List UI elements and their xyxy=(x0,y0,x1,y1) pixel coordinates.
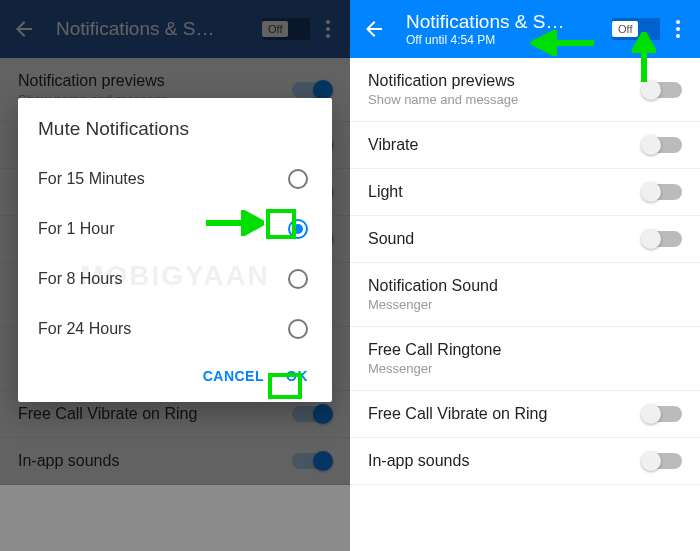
settings-list-right: Notification previewsShow name and messa… xyxy=(350,58,700,485)
setting-label: Notification Sound xyxy=(368,277,682,295)
setting-item[interactable]: Sound xyxy=(350,216,700,263)
radio-icon[interactable] xyxy=(288,169,308,189)
dialog-title: Mute Notifications xyxy=(38,118,324,140)
setting-label: Vibrate xyxy=(368,136,642,154)
mute-option-label: For 8 Hours xyxy=(38,270,122,288)
setting-label: Sound xyxy=(368,230,642,248)
setting-switch[interactable] xyxy=(642,453,682,469)
appbar-subtitle: Off until 4:54 PM xyxy=(406,33,612,47)
back-icon[interactable] xyxy=(362,17,386,41)
setting-sublabel: Messenger xyxy=(368,297,682,312)
setting-item[interactable]: Light xyxy=(350,169,700,216)
setting-switch[interactable] xyxy=(642,82,682,98)
ok-button[interactable]: OK xyxy=(286,368,308,384)
cancel-button[interactable]: CANCEL xyxy=(203,368,264,384)
setting-switch[interactable] xyxy=(642,184,682,200)
setting-item[interactable]: Vibrate xyxy=(350,122,700,169)
setting-label: Light xyxy=(368,183,642,201)
mute-option-label: For 24 Hours xyxy=(38,320,131,338)
setting-switch[interactable] xyxy=(642,406,682,422)
appbar-title-block: Notifications & S… Off until 4:54 PM xyxy=(406,11,612,47)
setting-label: Free Call Vibrate on Ring xyxy=(368,405,642,423)
setting-item[interactable]: In-app sounds xyxy=(350,438,700,485)
master-toggle-pill: Off xyxy=(612,21,638,37)
mute-option[interactable]: For 15 Minutes xyxy=(38,154,324,204)
left-screenshot: Notifications & S… Off Notification prev… xyxy=(0,0,350,551)
overflow-icon[interactable] xyxy=(668,17,688,41)
setting-label: In-app sounds xyxy=(368,452,642,470)
setting-item[interactable]: Notification SoundMessenger xyxy=(350,263,700,327)
right-screenshot: Notifications & S… Off until 4:54 PM Off… xyxy=(350,0,700,551)
mute-option[interactable]: For 1 Hour xyxy=(38,204,324,254)
mute-option-label: For 15 Minutes xyxy=(38,170,145,188)
radio-icon[interactable] xyxy=(288,269,308,289)
dialog-actions: CANCEL OK xyxy=(38,354,324,394)
appbar-title: Notifications & S… xyxy=(406,11,612,33)
radio-icon[interactable] xyxy=(288,219,308,239)
mute-option[interactable]: For 8 Hours xyxy=(38,254,324,304)
radio-icon[interactable] xyxy=(288,319,308,339)
setting-label: Free Call Ringtone xyxy=(368,341,682,359)
setting-item[interactable]: Free Call RingtoneMessenger xyxy=(350,327,700,391)
appbar-master-toggle[interactable]: Off xyxy=(612,18,660,40)
mute-option[interactable]: For 24 Hours xyxy=(38,304,324,354)
setting-sublabel: Messenger xyxy=(368,361,682,376)
mute-dialog: Mute Notifications For 15 MinutesFor 1 H… xyxy=(18,98,332,402)
setting-label: Notification previews xyxy=(368,72,642,90)
setting-switch[interactable] xyxy=(642,137,682,153)
appbar-right: Notifications & S… Off until 4:54 PM Off xyxy=(350,0,700,58)
setting-item[interactable]: Notification previewsShow name and messa… xyxy=(350,58,700,122)
setting-item[interactable]: Free Call Vibrate on Ring xyxy=(350,391,700,438)
setting-switch[interactable] xyxy=(642,231,682,247)
setting-sublabel: Show name and message xyxy=(368,92,642,107)
mute-option-label: For 1 Hour xyxy=(38,220,114,238)
